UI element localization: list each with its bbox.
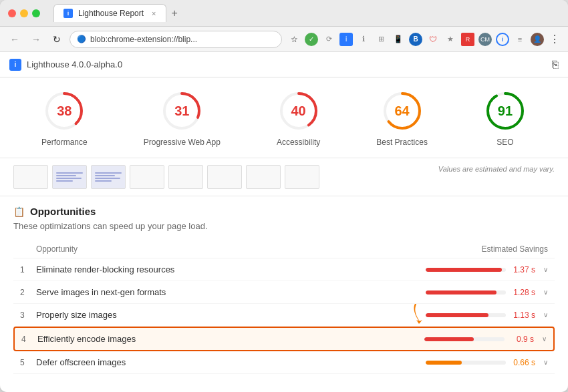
ext-icon-info[interactable]: ℹ xyxy=(357,33,370,46)
browser-toolbar: ← → ↻ 🔵 blob:chrome-extension://blip... … xyxy=(0,27,568,52)
maximize-button[interactable] xyxy=(32,9,40,17)
score-value-seo: 91 xyxy=(498,104,513,119)
page-toolbar: i Lighthouse 4.0.0-alpha.0 ⎘ xyxy=(0,52,568,77)
col-opportunity-header: Opportunity xyxy=(36,244,414,254)
minimize-button[interactable] xyxy=(20,9,28,17)
arrow-annotation xyxy=(406,303,424,331)
tab-favicon: i xyxy=(63,9,73,18)
table-row[interactable]: 1 Eliminate render-blocking resources 1.… xyxy=(13,258,555,281)
table-header: Opportunity Estimated Savings xyxy=(13,240,555,258)
table-row[interactable]: 4 Efficiently encode images 0.9 s ∨ xyxy=(13,327,555,351)
ext-icon-sync[interactable]: ⟳ xyxy=(322,33,335,46)
expand-icon-4[interactable]: ∨ xyxy=(542,335,547,343)
lock-icon: 🔵 xyxy=(77,35,86,43)
titlebar: i Lighthouse Report × + xyxy=(0,0,568,27)
row-savings-1: 1.37 s ∨ xyxy=(414,265,548,274)
new-tab-button[interactable]: + xyxy=(166,7,183,19)
ext-icon-bars[interactable]: ≡ xyxy=(513,33,527,46)
savings-bar-3 xyxy=(426,313,488,317)
expand-icon-5[interactable]: ∨ xyxy=(543,359,548,366)
filmstrip-section: Values are estimated and may vary. xyxy=(0,158,568,196)
bar-container-3 xyxy=(426,313,506,317)
score-item-pwa: 31 Progressive Web App xyxy=(144,89,221,147)
address-text: blob:chrome-extension://blip... xyxy=(90,35,275,44)
score-label-seo: SEO xyxy=(496,138,513,147)
filmstrip-frames xyxy=(13,165,319,189)
opportunities-subtitle: These optimizations can speed up your pa… xyxy=(13,221,555,231)
ext-icon-grid[interactable]: ⊞ xyxy=(374,33,388,46)
ext-icon-red[interactable]: R xyxy=(461,33,474,46)
close-button[interactable] xyxy=(8,9,16,17)
opportunities-table: Opportunity Estimated Savings 1 Eliminat… xyxy=(13,240,555,374)
savings-bar-4 xyxy=(424,337,474,341)
tab-close-button[interactable]: × xyxy=(152,9,156,17)
score-value-best-practices: 64 xyxy=(394,104,409,119)
col-num-header xyxy=(20,244,36,254)
table-row[interactable]: 5 Defer offscreen images 0.66 s ∨ xyxy=(13,351,555,374)
score-item-seo: 91 SEO xyxy=(484,89,527,147)
forward-button[interactable]: → xyxy=(28,33,44,46)
ext-icon-i[interactable]: i xyxy=(339,33,353,46)
filmstrip-frame-5 xyxy=(168,165,203,189)
filmstrip-frame-6 xyxy=(207,165,242,189)
score-circle-accessibility[interactable]: 40 xyxy=(277,89,320,132)
score-circle-best-practices[interactable]: 64 xyxy=(381,89,424,132)
back-button[interactable]: ← xyxy=(7,33,23,46)
row-savings-5: 0.66 s ∨ xyxy=(414,358,548,367)
bookmark-icon[interactable]: ☆ xyxy=(287,33,301,46)
expand-icon-1[interactable]: ∨ xyxy=(543,266,548,273)
score-circle-performance[interactable]: 38 xyxy=(43,89,86,132)
score-value-performance: 38 xyxy=(57,104,72,119)
score-label-pwa: Progressive Web App xyxy=(144,138,221,147)
opportunity-rows: 1 Eliminate render-blocking resources 1.… xyxy=(13,258,555,374)
filmstrip-frame-3 xyxy=(91,165,126,189)
row-num-2: 2 xyxy=(20,288,36,297)
score-label-best-practices: Best Practices xyxy=(376,138,428,147)
table-row[interactable]: 2 Serve images in next-gen formats 1.28 … xyxy=(13,281,555,304)
filmstrip-frame-2 xyxy=(52,165,87,189)
filmstrip-frame-1 xyxy=(13,165,48,189)
score-value-pwa: 31 xyxy=(174,104,189,119)
expand-icon-3[interactable]: ∨ xyxy=(543,311,548,319)
opp-row-wrapper-2: 2 Serve images in next-gen formats 1.28 … xyxy=(13,281,555,304)
reload-button[interactable]: ↻ xyxy=(49,33,64,46)
row-name-3: Properly size images xyxy=(36,310,414,320)
ext-icon-green[interactable]: ✓ xyxy=(305,33,318,46)
score-circle-seo[interactable]: 91 xyxy=(484,89,527,132)
ext-icon-star[interactable]: ★ xyxy=(444,33,457,46)
score-label-accessibility: Accessibility xyxy=(277,138,320,147)
opportunities-title: Opportunities xyxy=(30,206,96,217)
filmstrip-note: Values are estimated and may vary. xyxy=(438,165,555,173)
menu-button[interactable]: ⋮ xyxy=(548,33,561,46)
opp-row-wrapper-5: 5 Defer offscreen images 0.66 s ∨ xyxy=(13,351,555,374)
scores-row: 38 Performance 31 Progressive Web App 40… xyxy=(13,89,555,147)
bar-container-1 xyxy=(426,268,506,272)
table-row[interactable]: 3 Properly size images 1.13 s ∨ xyxy=(13,304,555,327)
active-tab[interactable]: i Lighthouse Report × xyxy=(53,4,166,22)
savings-value-5: 0.66 s xyxy=(511,358,535,367)
row-name-4: Efficiently encode images xyxy=(37,334,413,344)
user-avatar[interactable]: 👤 xyxy=(531,33,544,46)
savings-value-1: 1.37 s xyxy=(511,265,535,274)
ext-icon-shield[interactable]: 🛡 xyxy=(426,33,440,46)
col-savings-header: Estimated Savings xyxy=(414,244,548,254)
ext-icon-circle[interactable]: i xyxy=(496,33,509,46)
score-value-accessibility: 40 xyxy=(291,104,305,119)
savings-value-3: 1.13 s xyxy=(511,311,535,320)
main-content: 38 Performance 31 Progressive Web App 40… xyxy=(0,77,568,392)
ext-icon-b[interactable]: B xyxy=(409,33,422,46)
score-item-performance: 38 Performance xyxy=(41,89,88,147)
ext-icon-cm[interactable]: CM xyxy=(478,33,492,46)
score-circle-pwa[interactable]: 31 xyxy=(160,89,203,132)
row-num-4: 4 xyxy=(21,335,37,344)
row-name-1: Eliminate render-blocking resources xyxy=(36,264,414,274)
browser-window: i Lighthouse Report × + ← → ↻ 🔵 blob:chr… xyxy=(0,0,568,392)
savings-bar-5 xyxy=(426,361,462,365)
share-button[interactable]: ⎘ xyxy=(552,59,559,71)
row-savings-2: 1.28 s ∨ xyxy=(414,288,548,297)
expand-icon-2[interactable]: ∨ xyxy=(543,288,548,296)
address-bar[interactable]: 🔵 blob:chrome-extension://blip... xyxy=(69,31,282,48)
row-savings-3: 1.13 s ∨ xyxy=(414,311,548,320)
savings-value-4: 0.9 s xyxy=(510,335,534,344)
ext-icon-phone[interactable]: 📱 xyxy=(392,33,405,46)
